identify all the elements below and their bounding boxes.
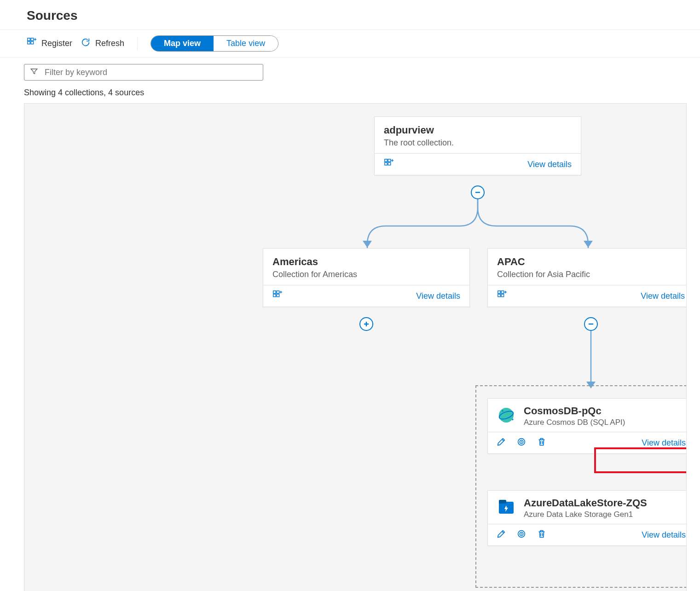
- source-type: Azure Cosmos DB (SQL API): [524, 418, 625, 427]
- view-details-link[interactable]: View details: [527, 160, 572, 169]
- svg-rect-3: [31, 41, 34, 44]
- toolbar: Register Refresh Map view Table view: [0, 29, 700, 58]
- svg-rect-23: [498, 291, 501, 294]
- source-card-cosmosdb: CosmosDB-pQc Azure Cosmos DB (SQL API) V…: [487, 398, 687, 454]
- source-type: Azure Data Lake Storage Gen1: [524, 510, 647, 519]
- status-text: Showing 4 collections, 4 sources: [0, 84, 700, 103]
- svg-marker-14: [584, 241, 593, 248]
- filter-icon: [30, 67, 38, 77]
- svg-marker-13: [363, 241, 372, 248]
- grid-register-icon[interactable]: [384, 158, 394, 170]
- source-card-adls: AzureDataLakeStore-ZQS Azure Data Lake S…: [487, 490, 687, 546]
- svg-rect-38: [499, 500, 506, 504]
- svg-point-41: [521, 533, 522, 535]
- refresh-label: Refresh: [95, 39, 124, 48]
- svg-rect-26: [501, 294, 504, 297]
- toolbar-separator: [137, 37, 138, 51]
- cosmos-db-icon: [496, 405, 516, 425]
- view-details-link[interactable]: View details: [416, 291, 460, 301]
- collection-title: adpurview: [384, 124, 572, 136]
- map-canvas[interactable]: adpurview The root collection. View deta…: [24, 103, 687, 591]
- source-title: CosmosDB-pQc: [524, 405, 625, 417]
- register-label: Register: [41, 39, 72, 48]
- svg-rect-0: [28, 38, 30, 41]
- view-details-link[interactable]: View details: [642, 530, 686, 540]
- delete-icon[interactable]: [537, 437, 547, 449]
- collapse-toggle-root[interactable]: [471, 185, 485, 199]
- register-button[interactable]: Register: [27, 37, 72, 50]
- adls-icon: [496, 497, 516, 517]
- page-title: Sources: [27, 8, 700, 23]
- edit-icon[interactable]: [496, 437, 506, 449]
- tab-table-view[interactable]: Table view: [214, 36, 278, 51]
- collapse-toggle-apac[interactable]: [584, 317, 598, 331]
- view-details-link[interactable]: View details: [641, 291, 685, 301]
- svg-rect-17: [273, 294, 276, 297]
- delete-icon[interactable]: [537, 529, 547, 541]
- collection-description: The root collection.: [384, 138, 572, 148]
- svg-rect-7: [388, 159, 391, 162]
- collection-card-root: adpurview The root collection. View deta…: [374, 116, 581, 175]
- svg-rect-25: [498, 294, 501, 297]
- grid-register-icon[interactable]: [497, 290, 507, 302]
- svg-rect-24: [501, 291, 504, 294]
- collection-title: Americas: [272, 256, 460, 268]
- collection-description: Collection for Americas: [272, 270, 460, 279]
- scan-icon[interactable]: [516, 529, 526, 541]
- collection-description: Collection for Asia Pacific: [497, 270, 685, 279]
- expand-toggle-americas[interactable]: [359, 317, 373, 331]
- grid-register-icon: [27, 37, 37, 50]
- tab-map-view[interactable]: Map view: [151, 36, 214, 51]
- refresh-icon: [81, 37, 91, 50]
- filter-box[interactable]: [24, 64, 263, 81]
- svg-rect-2: [28, 41, 30, 44]
- view-details-link[interactable]: View details: [642, 438, 686, 448]
- svg-point-32: [499, 408, 514, 423]
- svg-rect-18: [277, 294, 279, 297]
- svg-rect-8: [385, 162, 388, 165]
- refresh-button[interactable]: Refresh: [81, 37, 124, 50]
- view-switch: Map view Table view: [150, 35, 278, 52]
- svg-rect-16: [277, 291, 279, 294]
- svg-rect-15: [273, 291, 276, 294]
- source-title: AzureDataLakeStore-ZQS: [524, 497, 647, 509]
- svg-rect-1: [31, 38, 34, 41]
- svg-point-36: [521, 441, 522, 443]
- svg-rect-9: [388, 162, 391, 165]
- collection-title: APAC: [497, 256, 685, 268]
- grid-register-icon[interactable]: [272, 290, 283, 302]
- scan-icon[interactable]: [516, 437, 526, 449]
- collection-card-americas: Americas Collection for Americas View de…: [263, 248, 470, 307]
- svg-rect-6: [385, 159, 388, 162]
- edit-icon[interactable]: [496, 529, 506, 541]
- collection-card-apac: APAC Collection for Asia Pacific View de…: [487, 248, 687, 307]
- filter-input[interactable]: [45, 68, 257, 77]
